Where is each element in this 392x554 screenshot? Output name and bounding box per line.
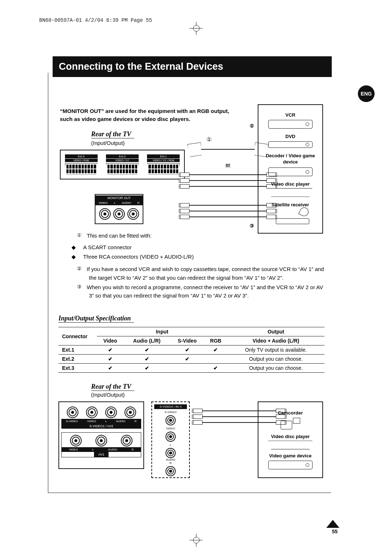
- camcorder-icon: [281, 418, 300, 430]
- intro-text: “MONITOR OUT” are used for the equipment…: [60, 107, 241, 123]
- dvd-icon: [268, 141, 313, 148]
- disc-player-icon: [269, 189, 311, 197]
- side-panel-av1-av2: S-VIDEO VIDEO L AUDIO R S-VIDEO1 / AV2 V…: [58, 401, 144, 469]
- table-row-name: Ext.2: [58, 355, 97, 364]
- language-badge: ENG: [358, 85, 375, 102]
- io-label-2: (Input/Output): [91, 392, 324, 398]
- crop-mark-top: [196, 22, 196, 35]
- monitor-out-panel: MONITOR OUT VIDEO L AUDIO R: [95, 194, 143, 224]
- satellite-icon: [272, 210, 309, 224]
- side-panel-av3: S-VIDEO2 / AV 3 S-VIDEO VIDEO L AUDIO R: [151, 401, 190, 478]
- page-arrow-icon: [326, 520, 339, 528]
- table-row-name: Ext.3: [58, 364, 97, 373]
- print-header: BN68-00597A-01 4/2/04 6:39 PM Page 55: [39, 17, 152, 23]
- external-devices-box-top: ② ③ VCR DVD Decoder / Video game device …: [258, 104, 323, 234]
- marker-2: ②: [250, 123, 254, 129]
- crop-mark-bottom: [196, 534, 196, 547]
- vcr-icon: [268, 120, 313, 129]
- or-label: or: [226, 162, 230, 167]
- disc-player-icon: [269, 441, 311, 449]
- content-frame: “MONITOR OUT” are used for the equipment…: [48, 73, 331, 493]
- rear-of-tv-heading-1: Rear of the TV: [91, 130, 134, 138]
- page-number: 55: [332, 529, 338, 534]
- scart-panel: Ext.3VIDEO / RGB Ext.2VIDEO / Y.C Ext.1V…: [60, 150, 185, 179]
- spec-heading: Input/Output Specification: [58, 315, 134, 323]
- table-row-name: Ext.1: [58, 345, 97, 355]
- game-device-icon: [268, 461, 313, 469]
- marker-3: ③: [250, 223, 254, 229]
- external-devices-box-bottom: Camcorder Video disc player Video game d…: [258, 401, 323, 478]
- io-spec-table: Connector Input Output Video Audio (L/R)…: [58, 327, 324, 373]
- decoder-icon: [268, 167, 313, 176]
- rear-of-tv-heading-2: Rear of the TV: [91, 383, 134, 391]
